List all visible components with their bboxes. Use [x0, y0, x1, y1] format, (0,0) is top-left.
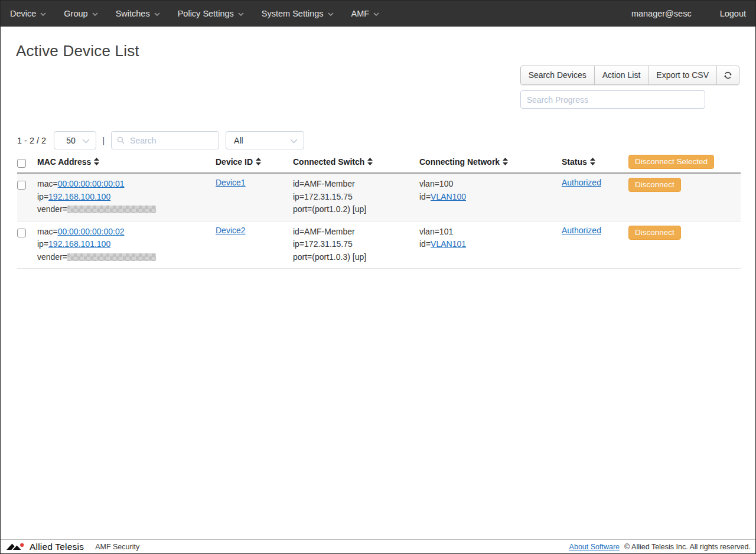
- page-size-value: 50: [66, 136, 76, 145]
- nav-item-label: Switches: [116, 9, 150, 18]
- nav-item-system-settings[interactable]: System Settings: [262, 9, 334, 18]
- ip-link[interactable]: 192.168.101.100: [48, 239, 110, 249]
- chevron-down-icon: [373, 12, 379, 16]
- header-connecting-network[interactable]: Connecting Network: [419, 157, 562, 167]
- table-header-row: MAC Address Device ID Connected Switch C…: [17, 152, 741, 174]
- vender-redacted-value: [67, 253, 156, 261]
- action-button-group: Search Devices Action List Export to CSV: [520, 66, 739, 85]
- chevron-down-icon: [154, 12, 160, 16]
- switch-port: port=(port1.0.3) [up]: [293, 251, 419, 264]
- nav-item-device[interactable]: Device: [10, 9, 46, 18]
- nav-item-switches[interactable]: Switches: [116, 9, 160, 18]
- footer-right: About Software © Allied Telesis Inc. All…: [569, 543, 751, 551]
- header-label: Status: [562, 157, 587, 167]
- row-checkbox[interactable]: [17, 181, 26, 190]
- network-vlan: vlan=101: [419, 226, 562, 239]
- network-id-label: id=: [419, 192, 431, 201]
- switch-id: id=AMF-Member: [293, 178, 419, 191]
- header-mac-address[interactable]: MAC Address: [37, 157, 216, 167]
- mac-link[interactable]: 00:00:00:00:00:02: [58, 227, 125, 236]
- sort-icon: [94, 158, 99, 165]
- refresh-icon: [723, 70, 733, 80]
- sort-icon: [367, 158, 373, 165]
- app-window: Device Group Switches Policy Settings Sy…: [0, 0, 756, 554]
- top-controls: Search Devices Action List Export to CSV: [520, 66, 739, 109]
- action-list-button[interactable]: Action List: [595, 66, 649, 84]
- refresh-button[interactable]: [717, 66, 739, 84]
- nav-right: manager@sesc Logout: [631, 9, 746, 18]
- mac-link[interactable]: 00:00:00:00:00:01: [58, 179, 125, 188]
- network-vlan: vlan=100: [419, 178, 562, 191]
- chevron-down-icon: [92, 12, 98, 16]
- nav-item-group[interactable]: Group: [64, 9, 97, 18]
- sort-icon: [503, 158, 508, 165]
- header-status[interactable]: Status: [562, 157, 628, 167]
- top-navbar: Device Group Switches Policy Settings Sy…: [1, 1, 755, 27]
- header-connected-switch[interactable]: Connected Switch: [293, 157, 419, 167]
- chevron-down-icon: [82, 139, 90, 144]
- table-row: mac=00:00:00:00:00:01 ip=192.168.100.100…: [17, 174, 741, 221]
- status-filter-select[interactable]: All: [226, 131, 304, 149]
- chevron-down-icon: [238, 12, 244, 16]
- logout-button[interactable]: Logout: [720, 9, 746, 18]
- result-range: 1 - 2 / 2: [17, 136, 46, 145]
- vender-label: vender=: [37, 252, 67, 262]
- device-id-link[interactable]: Device2: [216, 226, 246, 235]
- about-software-link[interactable]: About Software: [569, 543, 620, 551]
- search-devices-button[interactable]: Search Devices: [521, 66, 595, 84]
- status-filter-value: All: [234, 136, 243, 145]
- active-device-table: MAC Address Device ID Connected Switch C…: [17, 152, 741, 269]
- switch-ip: ip=172.31.15.75: [293, 238, 419, 251]
- page-size-select[interactable]: 50: [54, 131, 96, 149]
- nav-item-policy-settings[interactable]: Policy Settings: [178, 9, 244, 18]
- search-icon: [117, 136, 125, 144]
- switch-id: id=AMF-Member: [293, 226, 419, 239]
- mac-label: mac=: [37, 227, 58, 236]
- network-id-link[interactable]: VLAN100: [431, 192, 466, 201]
- device-id-link[interactable]: Device1: [216, 178, 246, 187]
- allied-telesis-logo-icon: [6, 542, 26, 552]
- disconnect-button[interactable]: Disconnect: [628, 178, 681, 192]
- nav-item-label: AMF: [351, 9, 370, 18]
- switch-port: port=(port1.0.2) [up]: [293, 203, 419, 216]
- disconnect-selected-button[interactable]: Disconnect Selected: [628, 155, 714, 169]
- vender-label: vender=: [37, 204, 67, 214]
- list-toolbar: 1 - 2 / 2 50 | All: [17, 131, 304, 149]
- search-progress-input[interactable]: [520, 90, 705, 109]
- network-id-link[interactable]: VLAN101: [431, 239, 466, 249]
- nav-item-amf[interactable]: AMF: [351, 9, 380, 18]
- chevron-down-icon: [290, 139, 298, 144]
- nav-menu: Device Group Switches Policy Settings Sy…: [10, 9, 379, 18]
- table-row: mac=00:00:00:00:00:02 ip=192.168.101.100…: [17, 221, 741, 269]
- status-link[interactable]: Authorized: [562, 178, 601, 187]
- header-label: Connected Switch: [293, 157, 364, 167]
- copyright-text: © Allied Telesis Inc. All rights reserve…: [624, 543, 751, 551]
- product-name: AMF Security: [95, 543, 139, 551]
- toolbar-divider: |: [102, 135, 105, 145]
- logged-in-user: manager@sesc: [631, 9, 692, 18]
- header-device-id[interactable]: Device ID: [216, 157, 293, 167]
- nav-item-label: Group: [64, 9, 87, 18]
- footer: Allied Telesis AMF Security About Softwa…: [1, 539, 755, 553]
- chevron-down-icon: [40, 12, 46, 16]
- sort-icon: [256, 158, 261, 165]
- table-search: [111, 131, 219, 149]
- status-link[interactable]: Authorized: [562, 226, 601, 235]
- brand: Allied Telesis AMF Security: [6, 542, 139, 552]
- disconnect-button[interactable]: Disconnect: [628, 226, 681, 240]
- vender-redacted-value: [67, 206, 156, 213]
- mac-label: mac=: [37, 179, 58, 188]
- row-checkbox[interactable]: [17, 229, 26, 237]
- nav-item-label: Device: [10, 9, 36, 18]
- export-csv-button[interactable]: Export to CSV: [649, 66, 717, 84]
- switch-ip: ip=172.31.15.75: [293, 191, 419, 204]
- brand-name: Allied Telesis: [30, 542, 84, 552]
- nav-item-label: System Settings: [262, 9, 324, 18]
- nav-item-label: Policy Settings: [178, 9, 234, 18]
- chevron-down-icon: [328, 12, 334, 16]
- ip-label: ip=: [37, 192, 48, 201]
- header-label: MAC Address: [37, 157, 91, 167]
- select-all-checkbox[interactable]: [17, 159, 26, 168]
- table-search-input[interactable]: [111, 131, 219, 149]
- ip-link[interactable]: 192.168.100.100: [48, 192, 110, 201]
